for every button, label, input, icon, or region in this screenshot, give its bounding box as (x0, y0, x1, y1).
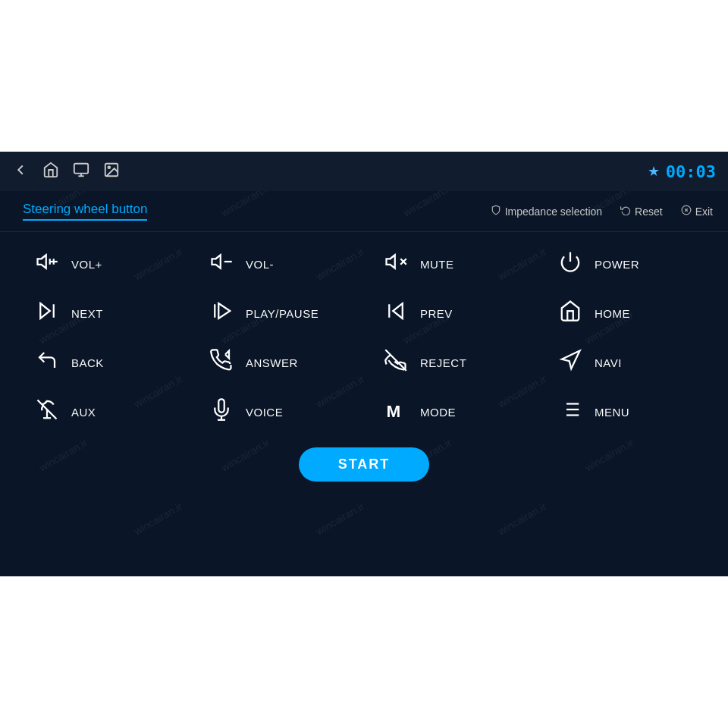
reset-icon (620, 205, 631, 218)
title-underline (23, 219, 147, 221)
title-bar: Steering wheel button Impedance selectio… (0, 191, 728, 232)
svg-rect-0 (74, 163, 88, 173)
prev-icon (382, 300, 410, 328)
svg-marker-8 (38, 255, 46, 268)
home-btn-icon (557, 300, 584, 328)
menu-label: MENU (595, 406, 629, 419)
play-pause-icon (208, 300, 235, 328)
power-cell[interactable]: POWER (538, 240, 713, 289)
aux-label: AUX (71, 406, 96, 419)
next-cell[interactable]: NEXT (15, 289, 190, 338)
mute-label: MUTE (420, 258, 454, 271)
time-display: 00:03 (666, 162, 716, 181)
play-pause-label: PLAY/PAUSE (246, 307, 318, 320)
mute-cell[interactable]: MUTE (364, 240, 538, 289)
page-title: Steering wheel button (23, 202, 147, 217)
next-label: NEXT (71, 307, 103, 320)
mode-label: MODE (420, 406, 456, 419)
reject-icon (382, 349, 410, 377)
shield-icon (491, 205, 501, 218)
top-bar: ★ 00:03 (0, 152, 728, 191)
screen-icon[interactable] (73, 162, 89, 182)
bottom-white-space (0, 576, 728, 728)
page-title-wrapper: Steering wheel button (23, 202, 147, 221)
impedance-selection-label: Impedance selection (505, 206, 602, 218)
aux-icon (33, 398, 61, 426)
svg-text:M: M (387, 402, 401, 421)
start-button[interactable]: START (299, 447, 430, 482)
home-label: HOME (595, 307, 630, 320)
answer-label: ANSWER (246, 356, 298, 369)
exit-label: Exit (695, 206, 713, 218)
navi-cell[interactable]: NAVI (538, 338, 713, 388)
menu-cell[interactable]: MENU (538, 388, 713, 437)
reset-label: Reset (635, 206, 663, 218)
navi-label: NAVI (595, 356, 622, 369)
image-icon[interactable] (103, 162, 120, 182)
reject-cell[interactable]: REJECT (364, 338, 538, 388)
answer-cell[interactable]: ANSWER (190, 338, 364, 388)
vol-plus-label: VOL+ (71, 258, 102, 271)
vol-minus-label: VOL- (246, 258, 274, 271)
svg-point-4 (108, 166, 110, 168)
home-icon[interactable] (42, 162, 59, 182)
vol-minus-cell[interactable]: VOL- (190, 240, 364, 289)
bluetooth-icon: ★ (648, 163, 660, 180)
menu-icon (557, 398, 584, 426)
vol-minus-icon (208, 250, 235, 278)
button-grid: VOL+ VOL- (15, 240, 713, 437)
mode-cell[interactable]: M MODE (364, 388, 538, 437)
mode-icon: M (382, 398, 410, 426)
voice-label: VOICE (246, 406, 283, 419)
reject-label: REJECT (420, 356, 466, 369)
back-cell[interactable]: BACK (15, 338, 190, 388)
voice-icon (208, 398, 235, 426)
next-icon (33, 300, 61, 328)
back-icon[interactable] (12, 162, 29, 182)
mute-icon (382, 250, 410, 278)
answer-icon (208, 349, 235, 377)
back-btn-icon (33, 349, 61, 377)
power-label: POWER (595, 258, 639, 271)
app-container: wincairan.ir wincairan.ir wincairan.ir w… (0, 152, 728, 576)
exit-btn[interactable]: Exit (681, 205, 713, 218)
reset-btn[interactable]: Reset (620, 205, 663, 218)
top-white-space (0, 0, 728, 152)
title-actions: Impedance selection Reset (491, 205, 713, 218)
svg-marker-14 (387, 255, 395, 268)
svg-marker-12 (212, 255, 221, 268)
impedance-selection-btn[interactable]: Impedance selection (491, 205, 602, 218)
prev-label: PREV (420, 307, 453, 320)
back-label: BACK (71, 356, 104, 369)
power-icon (557, 250, 584, 278)
top-bar-right: ★ 00:03 (648, 162, 716, 181)
play-pause-cell[interactable]: PLAY/PAUSE (190, 289, 364, 338)
vol-plus-cell[interactable]: VOL+ (15, 240, 190, 289)
aux-cell[interactable]: AUX (15, 388, 190, 437)
svg-marker-21 (218, 303, 230, 318)
prev-cell[interactable]: PREV (364, 289, 538, 338)
svg-marker-25 (562, 351, 580, 369)
svg-marker-18 (40, 303, 50, 318)
top-bar-left (12, 162, 120, 182)
svg-marker-22 (393, 303, 403, 318)
button-grid-area: VOL+ VOL- (0, 232, 728, 444)
home-cell[interactable]: HOME (538, 289, 713, 338)
voice-cell[interactable]: VOICE (190, 388, 364, 437)
start-btn-container: START (0, 444, 728, 482)
exit-icon (681, 205, 692, 218)
vol-plus-icon (33, 250, 61, 278)
navi-icon (557, 349, 584, 377)
